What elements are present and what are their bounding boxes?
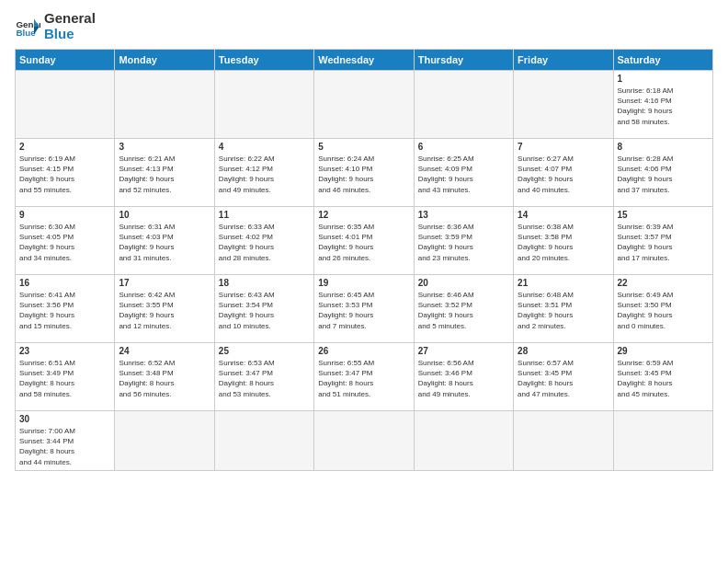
- day-number: 15: [618, 210, 709, 220]
- day-number: 12: [318, 210, 409, 220]
- day-number: 26: [318, 346, 409, 356]
- day-number: 27: [418, 346, 509, 356]
- day-info: Sunrise: 6:33 AM Sunset: 4:02 PM Dayligh…: [219, 222, 310, 263]
- day-number: 10: [119, 210, 210, 220]
- day-number: 5: [318, 142, 409, 152]
- day-info: Sunrise: 6:51 AM Sunset: 3:49 PM Dayligh…: [19, 358, 110, 399]
- day-info: Sunrise: 6:31 AM Sunset: 4:03 PM Dayligh…: [119, 222, 210, 263]
- calendar-cell: 1Sunrise: 6:18 AM Sunset: 4:16 PM Daylig…: [613, 71, 712, 139]
- day-number: 18: [219, 278, 310, 288]
- calendar-cell: 24Sunrise: 6:52 AM Sunset: 3:48 PM Dayli…: [115, 343, 214, 411]
- calendar-cell: [514, 411, 613, 471]
- calendar-cell: 18Sunrise: 6:43 AM Sunset: 3:54 PM Dayli…: [214, 275, 313, 343]
- calendar-cell: [214, 71, 313, 139]
- calendar-cell: [414, 411, 513, 471]
- day-number: 13: [418, 210, 509, 220]
- day-info: Sunrise: 6:42 AM Sunset: 3:55 PM Dayligh…: [119, 290, 210, 331]
- calendar-cell: [214, 411, 313, 471]
- weekday-header-saturday: Saturday: [613, 50, 712, 71]
- day-info: Sunrise: 6:38 AM Sunset: 3:58 PM Dayligh…: [518, 222, 609, 263]
- day-info: Sunrise: 6:27 AM Sunset: 4:07 PM Dayligh…: [518, 154, 609, 195]
- calendar-cell: 13Sunrise: 6:36 AM Sunset: 3:59 PM Dayli…: [414, 207, 513, 275]
- day-number: 19: [318, 278, 409, 288]
- day-number: 14: [518, 210, 609, 220]
- day-number: 16: [19, 278, 110, 288]
- logo-icon: General Blue: [15, 14, 40, 40]
- day-number: 7: [518, 142, 609, 152]
- calendar-week-4: 16Sunrise: 6:41 AM Sunset: 3:56 PM Dayli…: [16, 275, 713, 343]
- day-number: 17: [119, 278, 210, 288]
- calendar-cell: 7Sunrise: 6:27 AM Sunset: 4:07 PM Daylig…: [514, 139, 613, 207]
- day-number: 2: [19, 142, 110, 152]
- day-info: Sunrise: 6:46 AM Sunset: 3:52 PM Dayligh…: [418, 290, 509, 331]
- day-info: Sunrise: 6:59 AM Sunset: 3:45 PM Dayligh…: [618, 358, 709, 399]
- day-number: 22: [618, 278, 709, 288]
- calendar-cell: [514, 71, 613, 139]
- calendar-week-6: 30Sunrise: 7:00 AM Sunset: 3:44 PM Dayli…: [16, 411, 713, 471]
- calendar-cell: 5Sunrise: 6:24 AM Sunset: 4:10 PM Daylig…: [314, 139, 414, 207]
- calendar-cell: 19Sunrise: 6:45 AM Sunset: 3:53 PM Dayli…: [314, 275, 414, 343]
- day-number: 24: [119, 346, 210, 356]
- calendar-cell: 9Sunrise: 6:30 AM Sunset: 4:05 PM Daylig…: [16, 207, 115, 275]
- day-number: 3: [119, 142, 210, 152]
- day-info: Sunrise: 6:21 AM Sunset: 4:13 PM Dayligh…: [119, 154, 210, 195]
- calendar-week-2: 2Sunrise: 6:19 AM Sunset: 4:15 PM Daylig…: [16, 139, 713, 207]
- day-info: Sunrise: 6:18 AM Sunset: 4:16 PM Dayligh…: [618, 86, 709, 127]
- day-info: Sunrise: 6:25 AM Sunset: 4:09 PM Dayligh…: [418, 154, 509, 195]
- day-info: Sunrise: 6:39 AM Sunset: 3:57 PM Dayligh…: [618, 222, 709, 263]
- day-info: Sunrise: 6:41 AM Sunset: 3:56 PM Dayligh…: [19, 290, 110, 331]
- calendar-week-5: 23Sunrise: 6:51 AM Sunset: 3:49 PM Dayli…: [16, 343, 713, 411]
- calendar-cell: 25Sunrise: 6:53 AM Sunset: 3:47 PM Dayli…: [214, 343, 313, 411]
- calendar-cell: 28Sunrise: 6:57 AM Sunset: 3:45 PM Dayli…: [514, 343, 613, 411]
- day-number: 25: [219, 346, 310, 356]
- calendar-cell: 14Sunrise: 6:38 AM Sunset: 3:58 PM Dayli…: [514, 207, 613, 275]
- svg-marker-3: [34, 27, 40, 34]
- day-info: Sunrise: 6:45 AM Sunset: 3:53 PM Dayligh…: [318, 290, 409, 331]
- calendar-page: General Blue General Blue SundayMondayTu…: [0, 0, 728, 563]
- calendar-header-row: SundayMondayTuesdayWednesdayThursdayFrid…: [16, 50, 713, 71]
- day-number: 8: [618, 142, 709, 152]
- svg-text:Blue: Blue: [16, 27, 36, 37]
- logo-general: General: [44, 11, 96, 27]
- day-number: 28: [518, 346, 609, 356]
- calendar-cell: 17Sunrise: 6:42 AM Sunset: 3:55 PM Dayli…: [115, 275, 214, 343]
- calendar-cell: 11Sunrise: 6:33 AM Sunset: 4:02 PM Dayli…: [214, 207, 313, 275]
- calendar-week-3: 9Sunrise: 6:30 AM Sunset: 4:05 PM Daylig…: [16, 207, 713, 275]
- weekday-header-wednesday: Wednesday: [314, 50, 414, 71]
- page-header: General Blue General Blue: [15, 11, 713, 41]
- calendar-table: SundayMondayTuesdayWednesdayThursdayFrid…: [15, 49, 713, 471]
- calendar-cell: 23Sunrise: 6:51 AM Sunset: 3:49 PM Dayli…: [16, 343, 115, 411]
- day-number: 29: [618, 346, 709, 356]
- day-number: 4: [219, 142, 310, 152]
- calendar-cell: [16, 71, 115, 139]
- day-number: 20: [418, 278, 509, 288]
- calendar-cell: 27Sunrise: 6:56 AM Sunset: 3:46 PM Dayli…: [414, 343, 513, 411]
- day-info: Sunrise: 6:43 AM Sunset: 3:54 PM Dayligh…: [219, 290, 310, 331]
- calendar-cell: [115, 71, 214, 139]
- weekday-header-monday: Monday: [115, 50, 214, 71]
- calendar-cell: 22Sunrise: 6:49 AM Sunset: 3:50 PM Dayli…: [613, 275, 712, 343]
- calendar-cell: [115, 411, 214, 471]
- day-info: Sunrise: 6:55 AM Sunset: 3:47 PM Dayligh…: [318, 358, 409, 399]
- day-info: Sunrise: 6:28 AM Sunset: 4:06 PM Dayligh…: [618, 154, 709, 195]
- day-info: Sunrise: 6:19 AM Sunset: 4:15 PM Dayligh…: [19, 154, 110, 195]
- day-info: Sunrise: 7:00 AM Sunset: 3:44 PM Dayligh…: [19, 426, 110, 467]
- logo: General Blue General Blue: [15, 11, 96, 41]
- calendar-cell: 26Sunrise: 6:55 AM Sunset: 3:47 PM Dayli…: [314, 343, 414, 411]
- calendar-cell: 2Sunrise: 6:19 AM Sunset: 4:15 PM Daylig…: [16, 139, 115, 207]
- weekday-header-sunday: Sunday: [16, 50, 115, 71]
- day-info: Sunrise: 6:35 AM Sunset: 4:01 PM Dayligh…: [318, 222, 409, 263]
- day-info: Sunrise: 6:57 AM Sunset: 3:45 PM Dayligh…: [518, 358, 609, 399]
- day-number: 21: [518, 278, 609, 288]
- day-info: Sunrise: 6:22 AM Sunset: 4:12 PM Dayligh…: [219, 154, 310, 195]
- calendar-cell: 12Sunrise: 6:35 AM Sunset: 4:01 PM Dayli…: [314, 207, 414, 275]
- calendar-cell: 20Sunrise: 6:46 AM Sunset: 3:52 PM Dayli…: [414, 275, 513, 343]
- calendar-cell: 15Sunrise: 6:39 AM Sunset: 3:57 PM Dayli…: [613, 207, 712, 275]
- day-number: 1: [618, 74, 709, 84]
- day-info: Sunrise: 6:30 AM Sunset: 4:05 PM Dayligh…: [19, 222, 110, 263]
- day-info: Sunrise: 6:53 AM Sunset: 3:47 PM Dayligh…: [219, 358, 310, 399]
- calendar-cell: 3Sunrise: 6:21 AM Sunset: 4:13 PM Daylig…: [115, 139, 214, 207]
- day-info: Sunrise: 6:36 AM Sunset: 3:59 PM Dayligh…: [418, 222, 509, 263]
- day-info: Sunrise: 6:56 AM Sunset: 3:46 PM Dayligh…: [418, 358, 509, 399]
- calendar-cell: [314, 71, 414, 139]
